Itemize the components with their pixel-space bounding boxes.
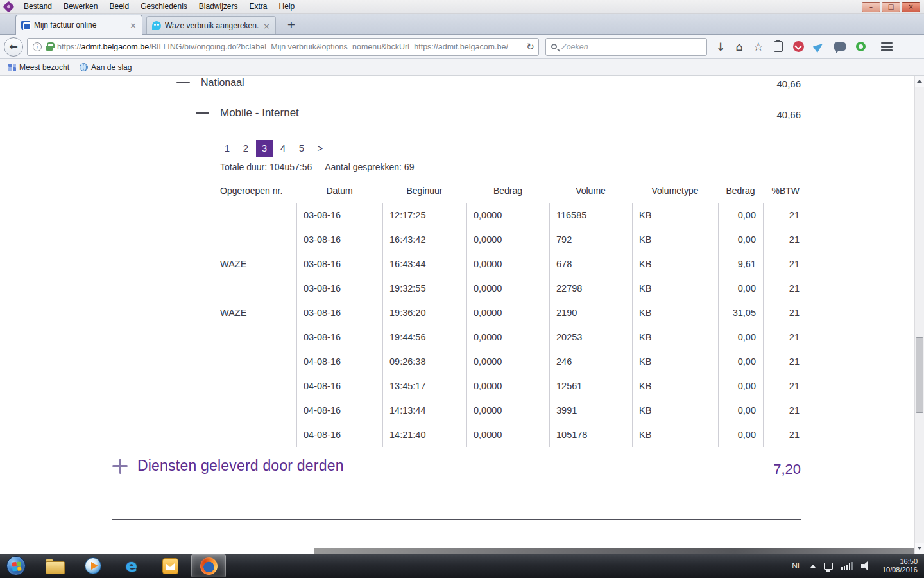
table-cell: 03-08-16 [296, 227, 382, 252]
language-indicator[interactable]: NL [792, 561, 801, 570]
firefox-icon [200, 557, 218, 575]
collapse-icon[interactable] [176, 82, 190, 83]
pagination-page[interactable]: 1 [219, 140, 235, 157]
bookmark-meest-bezocht[interactable]: Meest bezocht [3, 60, 74, 74]
send-icon[interactable] [813, 40, 825, 52]
chat-icon[interactable] [834, 42, 846, 51]
pagination-page[interactable]: 4 [275, 140, 291, 157]
page-info-icon[interactable]: i [33, 42, 42, 51]
most-visited-icon [8, 64, 16, 71]
search-bar[interactable] [545, 38, 707, 56]
usage-summary: Totale duur: 104u57:56 Aantal gesprekken… [220, 162, 414, 172]
close-button[interactable]: × [902, 2, 920, 12]
scroll-up-button[interactable] [915, 76, 924, 87]
collapse-icon[interactable] [196, 112, 209, 114]
tab-title: Waze verbruik aangereken... [165, 21, 259, 30]
table-cell: 792 [549, 227, 632, 252]
column-header: Beginuur [382, 179, 466, 203]
table-cell: 19:44:56 [382, 325, 466, 349]
search-input[interactable] [561, 42, 706, 51]
table-cell: 20253 [549, 325, 632, 349]
tab-close-icon[interactable]: × [263, 22, 270, 30]
display-tray-icon[interactable] [824, 563, 833, 570]
search-icon [551, 44, 557, 49]
taskbar-explorer-button[interactable] [37, 554, 72, 578]
menu-bestand[interactable]: Bestand [18, 0, 58, 14]
bookmark-label: Aan de slag [91, 63, 132, 72]
start-button[interactable] [6, 556, 26, 575]
menu-icon[interactable] [881, 42, 893, 51]
pagination-page[interactable]: 2 [237, 140, 254, 157]
usage-table: Opgeroepen nr.DatumBeginuurBedragVolumeV… [220, 179, 801, 447]
table-cell: KB [632, 349, 718, 374]
addon-icon[interactable] [856, 42, 866, 51]
tab-waze-verbruik[interactable]: Waze verbruik aangereken... × [146, 16, 276, 35]
table-cell: 03-08-16 [296, 203, 382, 227]
section-label: Diensten geleverd door derden [137, 457, 344, 475]
tab-close-icon[interactable]: × [130, 21, 137, 30]
table-cell: KB [632, 227, 718, 252]
table-cell: 21 [763, 423, 801, 447]
scrollbar-thumb[interactable] [916, 337, 923, 413]
section-mobile-internet: Mobile - Internet [196, 107, 299, 119]
menu-bladwijzers[interactable]: Bladwijzers [193, 0, 244, 14]
table-cell: 03-08-16 [296, 325, 382, 349]
expand-plus-icon[interactable] [112, 459, 128, 474]
section-amount: 7,20 [773, 461, 801, 478]
maximize-button[interactable]: □ [882, 2, 900, 12]
menu-extra[interactable]: Extra [244, 0, 273, 14]
pagination-page[interactable]: 3 [256, 140, 273, 157]
column-header: Datum [296, 179, 382, 203]
minimize-button[interactable]: – [862, 2, 880, 12]
vertical-scrollbar[interactable] [914, 76, 924, 554]
menu-bar: Bestand Bewerken Beeld Geschiedenis Blad… [0, 0, 924, 14]
network-signal-icon[interactable] [841, 562, 853, 570]
taskbar-firefox-button[interactable] [191, 554, 226, 577]
table-cell: 21 [763, 374, 801, 398]
menu-beeld[interactable]: Beeld [103, 0, 135, 14]
download-icon[interactable]: ↓ [716, 40, 725, 53]
bookmark-star-icon[interactable]: ☆ [753, 40, 764, 53]
volume-icon[interactable] [861, 561, 871, 570]
reload-button[interactable]: ↻ [522, 38, 538, 56]
menu-geschiedenis[interactable]: Geschiedenis [135, 0, 193, 14]
taskbar-ie-button[interactable]: e [114, 554, 149, 578]
show-hidden-icons-icon[interactable] [810, 565, 816, 568]
table-cell: 0,0000 [466, 227, 549, 252]
taskbar-outlook-button[interactable] [153, 554, 187, 578]
new-tab-button[interactable]: + [284, 17, 299, 33]
taskbar-media-player-button[interactable] [76, 554, 110, 578]
lock-icon[interactable] [46, 46, 53, 51]
table-cell: 16:43:44 [382, 252, 466, 276]
scroll-down-button[interactable] [915, 543, 924, 554]
menu-help[interactable]: Help [273, 0, 301, 14]
table-cell: 04-08-16 [296, 349, 382, 374]
table-cell: KB [632, 423, 718, 447]
table-cell: KB [632, 203, 718, 227]
pocket-icon[interactable] [793, 41, 804, 52]
tab-bar: Mijn factuur online × Waze verbruik aang… [0, 14, 924, 35]
total-duration: Totale duur: 104u57:56 [220, 162, 312, 172]
table-cell: 16:43:42 [382, 227, 466, 252]
table-cell: 0,0000 [466, 398, 549, 423]
table-cell: 0,00 [718, 276, 763, 301]
table-body: 03-08-1612:17:250,0000116585KB0,002103-0… [220, 203, 801, 447]
table-cell: 03-08-16 [296, 276, 382, 301]
table-cell: 0,00 [718, 325, 763, 349]
section-nationaal: Nationaal [176, 77, 244, 89]
home-icon[interactable]: ⌂ [735, 40, 742, 53]
clipboard-icon[interactable] [774, 41, 783, 52]
tab-mijn-factuur-online[interactable]: Mijn factuur online × [15, 15, 142, 35]
clock[interactable]: 16:50 10/08/2016 [879, 557, 918, 574]
pagination-page[interactable]: 5 [293, 140, 310, 157]
table-cell: 0,0000 [466, 276, 549, 301]
bookmark-aan-de-slag[interactable]: Aan de slag [74, 60, 137, 74]
url-bar[interactable]: i https://admit.belgacom.be/BILLING/biv/… [27, 38, 539, 56]
column-header: Bedrag [466, 179, 549, 203]
pagination-next[interactable]: > [312, 140, 329, 157]
table-cell: KB [632, 325, 718, 349]
menu-bewerken[interactable]: Bewerken [58, 0, 103, 14]
table-row: 04-08-1609:26:380,0000246KB0,0021 [220, 349, 801, 374]
back-button[interactable]: ← [4, 37, 23, 57]
internet-explorer-icon: e [126, 557, 137, 574]
